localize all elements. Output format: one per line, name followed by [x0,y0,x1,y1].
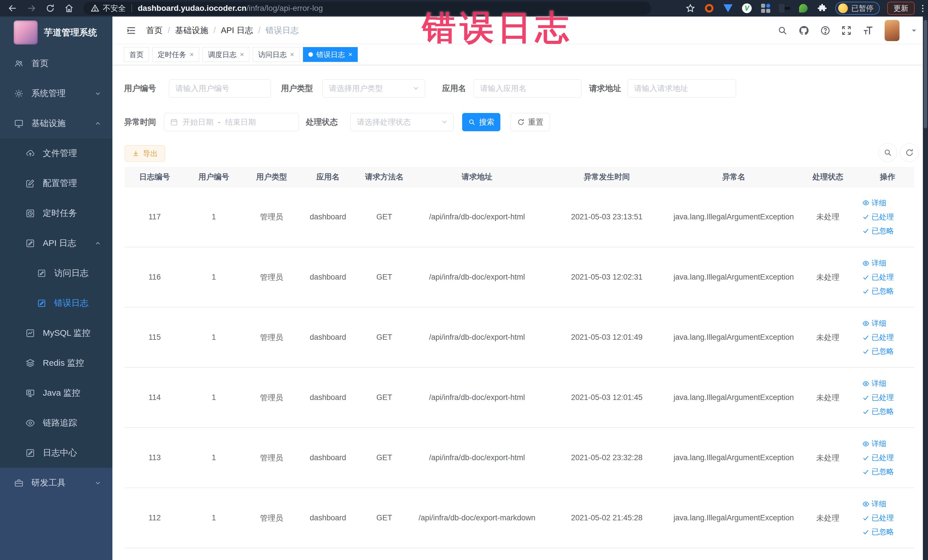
sidebar-item-redis-monitor[interactable]: Redis 监控 [0,348,112,378]
sidebar-collapse-icon[interactable] [125,25,137,36]
close-icon[interactable]: × [348,50,352,58]
update-button[interactable]: 更新 [887,2,914,15]
browser-back-icon[interactable] [6,2,19,15]
security-warning[interactable]: 不安全 [91,3,126,14]
cell-status: 未处理 [795,187,861,247]
bookmark-star-icon[interactable] [685,3,696,14]
reset-button[interactable]: 重置 [511,113,550,131]
extension-green-check-icon[interactable]: V [741,3,752,14]
detail-link[interactable]: 详细 [862,198,886,208]
cell-url: /api/infra/db-doc/export-html [413,368,541,428]
sidebar-logo[interactable]: 芋道管理系统 [0,17,112,49]
mark-processed-link[interactable]: 已处理 [862,272,894,282]
sidebar-item-home[interactable]: 首页 [0,49,112,78]
detail-link[interactable]: 详细 [862,378,886,389]
tag-error-log[interactable]: 错误日志× [303,47,358,62]
sidebar-item-system[interactable]: 系统管理 [0,78,112,108]
extension-sprout-icon[interactable] [798,3,809,14]
request-url-input[interactable] [627,79,736,98]
close-icon[interactable]: × [240,50,244,58]
browser-forward-icon[interactable] [25,2,38,15]
sidebar-item-access-log[interactable]: 访问日志 [0,258,112,288]
browser-menu-icon[interactable] [922,5,923,12]
scrollbar-thumb[interactable] [924,20,927,128]
sidebar-item-label: 基础设施 [31,117,66,129]
close-icon[interactable]: × [290,50,294,58]
breadcrumb-item[interactable]: API 日志 [221,25,253,36]
process-status-select-input[interactable] [350,113,453,131]
mark-ignored-link[interactable]: 已忽略 [862,286,894,296]
extensions-puzzle-icon[interactable] [817,3,828,14]
sidebar-item-trace[interactable]: 链路追踪 [0,408,112,438]
sidebar-item-label: 研发工具 [31,477,66,489]
user-type-select[interactable] [322,79,425,98]
sidebar-item-error-log[interactable]: 错误日志 [0,288,112,318]
search-icon[interactable] [777,25,788,36]
mark-ignored-link[interactable]: 已忽略 [862,527,894,537]
detail-link[interactable]: 详细 [862,318,886,328]
mark-ignored-link[interactable]: 已忽略 [862,467,894,477]
process-status-label: 处理状态 [306,113,338,131]
extension-grid-icon[interactable] [760,3,771,14]
sidebar-item-api-log[interactable]: API 日志 [0,228,112,258]
table-row: 117 1 管理员 dashboard GET /api/infra/db-do… [125,187,914,247]
avatar[interactable] [885,20,899,41]
breadcrumb-separator: / [258,26,261,35]
app-name-input[interactable] [473,79,582,98]
mark-processed-link[interactable]: 已处理 [862,513,894,523]
refresh-table-button[interactable] [900,143,919,162]
column-header: 请求方法名 [356,167,413,187]
close-icon[interactable]: × [190,50,194,58]
page-url[interactable]: dashboard.yudao.iocoder.cn/infra/log/api… [138,4,323,13]
help-icon[interactable] [820,25,830,36]
tag-access-log[interactable]: 访问日志× [253,47,299,62]
detail-link[interactable]: 详细 [862,258,886,268]
cell-method: GET [356,247,413,307]
process-status-select[interactable] [350,113,453,131]
extension-on-icon[interactable]: on [779,3,790,14]
toggle-search-button[interactable] [878,143,897,162]
font-size-icon[interactable] [862,25,874,36]
paused-badge[interactable]: 已暂停 [835,2,880,15]
sidebar-item-dev-tools[interactable]: 研发工具 [0,468,112,498]
exception-time-range-picker[interactable]: 开始日期 - 结束日期 [164,113,299,131]
browser-reload-icon[interactable] [44,2,56,15]
page-scrollbar[interactable] [923,17,928,560]
cell-app-name: dashboard [300,247,356,307]
mark-ignored-link[interactable]: 已忽略 [862,346,894,356]
caret-down-icon[interactable] [910,27,918,34]
date-start-placeholder[interactable]: 开始日期 [183,117,214,127]
detail-link[interactable]: 详细 [862,499,886,509]
mark-ignored-link[interactable]: 已忽略 [862,406,894,417]
mark-processed-link[interactable]: 已处理 [862,333,894,342]
date-end-placeholder[interactable]: 结束日期 [225,117,256,127]
mark-processed-link[interactable]: 已处理 [862,453,894,463]
breadcrumb-item[interactable]: 首页 [146,25,163,36]
cell-exception: java.lang.IllegalArgumentException [672,247,795,307]
sidebar-item-config-manage[interactable]: 配置管理 [0,168,112,198]
mark-processed-link[interactable]: 已处理 [862,392,894,403]
search-button[interactable]: 搜索 [462,113,501,131]
sidebar-item-file-manage[interactable]: 文件管理 [0,138,112,168]
tag-job-log[interactable]: 调度日志× [203,47,249,62]
mark-processed-link[interactable]: 已处理 [862,212,894,222]
user-id-input[interactable] [169,79,271,98]
tag-scheduled-job[interactable]: 定时任务× [152,47,199,62]
sidebar-item-log-center[interactable]: 日志中心 [0,438,112,468]
sidebar-item-mysql-monitor[interactable]: MySQL 监控 [0,318,112,348]
detail-link[interactable]: 详细 [862,439,886,449]
github-icon[interactable] [798,25,809,36]
browser-home-icon[interactable] [63,2,75,15]
cell-app-name: dashboard [300,428,356,488]
sidebar-item-java-monitor[interactable]: Java 监控 [0,378,112,408]
extension-shield-icon[interactable] [722,3,734,14]
export-button[interactable]: 导出 [125,145,165,162]
sidebar-item-scheduled-job[interactable]: 定时任务 [0,198,112,228]
user-type-select-input[interactable] [322,79,425,98]
extension-orange-icon[interactable] [704,3,715,14]
fullscreen-icon[interactable] [841,25,852,36]
breadcrumb-item[interactable]: 基础设施 [175,25,208,36]
sidebar-item-infra[interactable]: 基础设施 [0,108,112,138]
tag-home[interactable]: 首页 [124,47,149,62]
mark-ignored-link[interactable]: 已忽略 [862,226,894,236]
